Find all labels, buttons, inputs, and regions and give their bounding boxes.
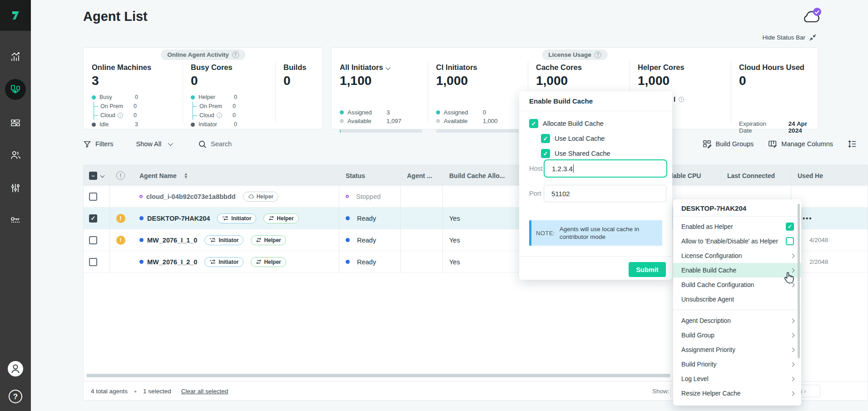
help-icon[interactable]: ? (0, 386, 31, 407)
checkbox-checked-icon: ✓ (786, 223, 794, 231)
note-text: Agents will use local cache in contribut… (560, 225, 655, 241)
port-input[interactable]: 51102 (544, 185, 666, 202)
menu-item-enabled-as-helper[interactable]: Enabled as Helper✓ (673, 219, 801, 234)
swap-icon (256, 238, 262, 243)
warning-icon: ! (116, 236, 125, 245)
helper-badge: Helper (251, 235, 286, 245)
pool-label-fragment: l i (674, 95, 684, 103)
header-used-helper[interactable]: Used He (791, 165, 868, 186)
incredibuild-logo[interactable] (0, 0, 31, 31)
busy-cores-metric: Busy Cores 0 Helper0 On Prem0 Cloudi0 In… (183, 48, 275, 129)
header-build-cache[interactable]: Build Cache Allo... (442, 165, 521, 186)
dialog-title: Enable Build Cache (519, 91, 672, 111)
menu-item-license-configuration[interactable]: License Configuration (673, 248, 801, 263)
header-agent[interactable]: Agent ... (400, 165, 442, 186)
agent-name: MW_2076_I_2_0 (147, 258, 197, 266)
status-text: Ready (357, 215, 376, 222)
chevron-down-icon (168, 141, 173, 146)
initiator-badge: Initiator (217, 213, 256, 223)
busy-cores-value: 0 (191, 74, 275, 88)
header-agent-name[interactable]: Agent Name ▲▼ (131, 165, 339, 186)
select-menu-chevron-icon[interactable] (100, 173, 105, 178)
note-banner: NOTE: Agents will use local cache in con… (529, 220, 662, 246)
selected-count: 1 selected (143, 388, 171, 395)
license-key-icon[interactable] (0, 209, 31, 231)
menu-scrollbar[interactable] (798, 204, 800, 358)
agent-name: MW_2076_I_1_0 (147, 237, 197, 244)
menu-item-agent-description[interactable]: Agent Description (673, 313, 801, 328)
chevron-right-icon (790, 253, 795, 258)
status-dot-icon (346, 260, 350, 264)
swap-icon (268, 216, 274, 221)
manage-columns-button[interactable]: Manage Columns (768, 139, 833, 149)
row-height-icon[interactable] (848, 139, 857, 149)
swap-icon (209, 259, 216, 264)
warning-icon: ! (116, 214, 125, 223)
online-machines-value: 3 (92, 74, 183, 88)
helper-cores-value: 1,000 (638, 74, 731, 88)
hand-cursor-icon (782, 271, 797, 285)
sidebar: ? (0, 0, 31, 411)
filters-button[interactable]: Filters (83, 140, 113, 148)
settings-icon[interactable] (0, 177, 31, 199)
select-all-checkbox[interactable]: – (89, 172, 97, 180)
online-machines-metric: Online Machines 3 Busy0 On Prem0 Cloudi0… (84, 48, 183, 129)
search-input[interactable]: Search (198, 140, 232, 149)
chevron-down-icon[interactable] (386, 65, 391, 70)
row-checkbox[interactable] (89, 236, 97, 244)
chevron-right-icon (790, 318, 795, 323)
agent-list-page: ? Agent List Hide Status Bar Online Agen… (0, 0, 868, 411)
show-all-dropdown[interactable]: Show All (136, 140, 172, 148)
cloud-status-icon[interactable] (801, 6, 823, 27)
users-icon[interactable] (0, 144, 31, 166)
use-local-cache-checkbox[interactable]: ✓Use Local Cache (541, 134, 605, 143)
agent-dot-icon (139, 216, 144, 220)
row-checkbox[interactable]: ✓ (89, 214, 97, 223)
total-agents: 4 total agents (91, 388, 128, 395)
menu-item-build-group[interactable]: Build Group (673, 328, 801, 342)
swap-icon (222, 216, 229, 221)
menu-item-assignment-priority[interactable]: Assignment Priority (673, 342, 801, 357)
header-status[interactable]: Status (339, 165, 400, 186)
info-icon: i (679, 97, 684, 102)
row-checkbox[interactable] (89, 258, 97, 266)
info-icon: i (217, 113, 222, 118)
status-dot-icon (346, 195, 349, 198)
hide-status-bar-label: Hide Status Bar (762, 34, 805, 41)
agent-name: DESKTOP-7HAK204 (147, 215, 210, 222)
clear-selected-link[interactable]: Clear all selected (181, 388, 228, 395)
agent-name: cloud_i-04b92c073e1a8bbdd (146, 193, 236, 200)
agent-dot-icon (139, 238, 144, 242)
use-shared-cache-checkbox[interactable]: ✓Use Shared Cache (541, 149, 610, 158)
chevron-right-icon (790, 333, 795, 337)
account-icon[interactable] (0, 358, 31, 380)
host-label: Host (529, 165, 543, 172)
build-groups-button[interactable]: Build Groups (703, 139, 754, 149)
checkbox-unchecked-icon (786, 237, 794, 245)
horizontal-scrollbar[interactable] (86, 374, 670, 377)
port-label: Port (529, 190, 541, 197)
header-last-connected[interactable]: Last Connected (720, 165, 791, 186)
allocate-build-cache-checkbox[interactable]: ✓Allocate Build Cache (529, 119, 604, 128)
submit-button[interactable]: Submit (629, 262, 666, 277)
analytics-icon[interactable] (0, 46, 31, 68)
menu-item-log-level[interactable]: Log Level (673, 371, 801, 386)
checkbox-checked-icon: ✓ (529, 119, 538, 128)
menu-item-allow-enable-disable[interactable]: Allow to 'Enable/Disable' as Helper (673, 234, 801, 248)
menu-item-unsubscribe-agent[interactable]: Unsubscribe Agent (673, 292, 801, 307)
menu-item-build-priority[interactable]: Build Priority (673, 357, 801, 371)
menu-item-resize-helper-cache[interactable]: Resize Helper Cache (673, 386, 801, 401)
hide-status-bar-button[interactable]: Hide Status Bar (762, 34, 817, 41)
filter-icon (83, 140, 91, 148)
used-helper-fragment: 2/2048 (798, 258, 828, 265)
agents-icon[interactable] (0, 79, 31, 100)
builds-icon[interactable] (0, 112, 31, 134)
helper-badge: Helper (243, 192, 278, 202)
row-checkbox[interactable] (89, 193, 97, 201)
agent-context-menu: DESKTOP-7HAK204 Enabled as Helper✓ Allow… (673, 199, 801, 406)
swap-icon (209, 238, 216, 243)
row-actions-button[interactable]: ••• (803, 208, 812, 229)
text-cursor (573, 164, 574, 173)
show-label: Show: (652, 388, 670, 395)
host-input[interactable]: 1.2.3.4 (544, 159, 667, 178)
